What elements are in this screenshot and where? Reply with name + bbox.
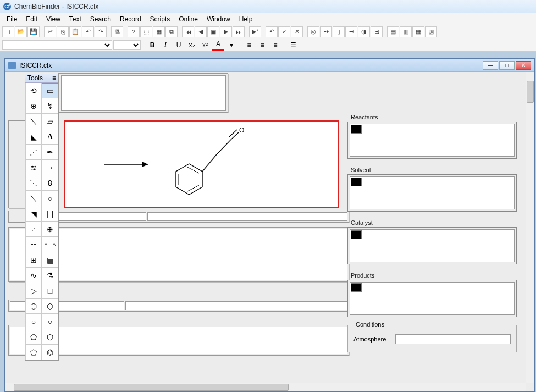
db-tool-3-button[interactable]: ▯ (333, 26, 345, 37)
field-box-4[interactable] (8, 300, 349, 312)
redo-button[interactable]: ↷ (95, 26, 107, 37)
vscroll-thumb[interactable] (527, 81, 534, 103)
subscript-button[interactable]: x₂ (186, 40, 198, 51)
minimize-button[interactable]: — (483, 61, 498, 70)
reactants-box[interactable] (347, 122, 517, 159)
field-box-left-stub[interactable] (8, 211, 27, 223)
table-tool[interactable]: ⊞ (25, 252, 42, 268)
field-box-left-1[interactable] (8, 120, 27, 208)
query-tool[interactable]: ⟋ (25, 222, 42, 237)
atom-label-tool[interactable]: A→A (42, 237, 58, 252)
save-button[interactable]: 💾 (27, 26, 40, 37)
italic-button[interactable]: I (159, 40, 172, 51)
text-tool[interactable]: A (42, 129, 58, 145)
new-button[interactable]: 🗋 (2, 26, 14, 37)
menu-edit[interactable]: Edit (21, 14, 42, 24)
field-box-5[interactable] (8, 325, 349, 356)
view-tool-4-button[interactable]: ▧ (425, 26, 437, 37)
tools-palette[interactable]: Tools≡ ⟲ ▭ ⊕ ↯ ＼ ▱ ◣ A ⋰ ✒ ≋ → (25, 73, 59, 361)
close-button[interactable]: ✕ (516, 61, 531, 70)
bold-button[interactable]: B (146, 40, 158, 51)
first-record-button[interactable]: ⏮ (182, 26, 194, 37)
menu-record[interactable]: Record (115, 14, 146, 24)
hscroll-thumb[interactable] (14, 384, 289, 391)
view-tool-3-button[interactable]: ▦ (412, 26, 424, 37)
atmosphere-input[interactable] (395, 334, 511, 344)
query-commit-button[interactable]: ✓ (278, 26, 290, 37)
menu-window[interactable]: Window (202, 14, 235, 24)
pen-tool[interactable]: ✒ (42, 145, 58, 160)
hash-bond-tool[interactable]: ⋱ (25, 175, 42, 191)
reaction-tool[interactable]: ⚗ (42, 268, 58, 283)
ring-tool[interactable]: ○ (25, 314, 42, 329)
vertical-scrollbar[interactable] (526, 72, 534, 383)
structure-tool[interactable]: ↯ (42, 98, 58, 114)
menu-help[interactable]: Help (235, 14, 257, 24)
goto-record-button[interactable]: ▶* (249, 26, 261, 37)
hexagon-tool[interactable]: ⬡ (25, 299, 42, 314)
field-box-3[interactable] (8, 227, 349, 282)
menu-text[interactable]: Text (65, 14, 86, 24)
font-select[interactable] (2, 40, 112, 50)
marquee-tool[interactable]: ▭ (42, 83, 58, 98)
pentagon-tool[interactable]: ⬠ (25, 345, 42, 360)
paste-button[interactable]: 📋 (69, 26, 81, 37)
menu-view[interactable]: View (42, 14, 65, 24)
font-size-select[interactable] (113, 40, 141, 50)
charge-tool[interactable]: ⊕ (42, 222, 58, 237)
rect-tool[interactable]: □ (42, 283, 58, 299)
query-cancel-button[interactable]: ✕ (291, 26, 303, 37)
form-canvas[interactable]: O (5, 72, 526, 383)
rotate-tool[interactable]: ⊕ (25, 98, 42, 114)
next-record-button[interactable]: ▶ (220, 26, 232, 37)
align-left-button[interactable]: ≡ (243, 40, 255, 51)
bracket-tool[interactable]: [ ] (42, 206, 58, 222)
db-tool-2-button[interactable]: ⇢ (320, 26, 332, 37)
help-button[interactable]: ? (128, 26, 140, 37)
form-tool-button[interactable]: ▦ (153, 26, 165, 37)
horizontal-scrollbar[interactable] (5, 383, 526, 391)
wedge2-tool[interactable]: ◥ (25, 206, 42, 222)
record-info-button[interactable]: ▣ (207, 26, 219, 37)
underline-button[interactable]: U (173, 40, 185, 51)
db-tool-4-button[interactable]: ⇥ (345, 26, 357, 37)
copy-button[interactable]: ⎘ (57, 26, 69, 37)
prev-record-button[interactable]: ◀ (195, 26, 207, 37)
template-tool[interactable]: ▤ (42, 252, 58, 268)
maximize-button[interactable]: □ (499, 61, 515, 70)
play-tool[interactable]: ▷ (25, 283, 42, 299)
menu-file[interactable]: File (2, 14, 21, 24)
bullet-list-button[interactable]: ☰ (287, 40, 299, 51)
menu-search[interactable]: Search (86, 14, 115, 24)
align-right-button[interactable]: ≡ (269, 40, 281, 51)
db-tool-1-button[interactable]: ◎ (307, 26, 319, 37)
dashed-bond-tool[interactable]: ⋰ (25, 145, 42, 160)
chain-tool[interactable]: ＼ (25, 191, 42, 206)
solvent-box[interactable] (347, 174, 517, 212)
circle-tool[interactable]: ○ (42, 191, 58, 206)
tools-palette-title[interactable]: Tools≡ (25, 73, 58, 83)
menu-scripts[interactable]: Scripts (146, 14, 175, 24)
lasso-tool[interactable]: ⟲ (25, 83, 42, 98)
db-tool-5-button[interactable]: ◑ (358, 26, 370, 37)
layout-tool-button[interactable]: ⧉ (165, 26, 178, 37)
orbital-tool[interactable]: 8 (42, 175, 58, 191)
font-color-dropdown[interactable]: ▾ (225, 40, 237, 51)
field-box-2[interactable] (8, 211, 349, 223)
multi-bond-tool[interactable]: ≋ (25, 160, 42, 175)
ring2-tool[interactable]: ○ (42, 314, 58, 329)
select-tool-button[interactable]: ⬚ (140, 26, 152, 37)
catalyst-box[interactable] (347, 227, 517, 264)
open-button[interactable]: 📂 (15, 26, 27, 37)
curve-tool[interactable]: ∿ (25, 268, 42, 283)
arrow-tool[interactable]: → (42, 160, 58, 175)
eraser-tool[interactable]: ▱ (42, 114, 58, 129)
bond-tool[interactable]: ＼ (25, 114, 42, 129)
menu-online[interactable]: Online (174, 14, 202, 24)
polygon-tool[interactable]: ⬠ (25, 329, 42, 345)
wedge-tool[interactable]: ◣ (25, 129, 42, 145)
undo-button[interactable]: ↶ (82, 26, 94, 37)
last-record-button[interactable]: ⏭ (233, 26, 245, 37)
benzene-tool[interactable]: ⌬ (42, 345, 58, 360)
db-tool-6-button[interactable]: ⊞ (371, 26, 383, 37)
